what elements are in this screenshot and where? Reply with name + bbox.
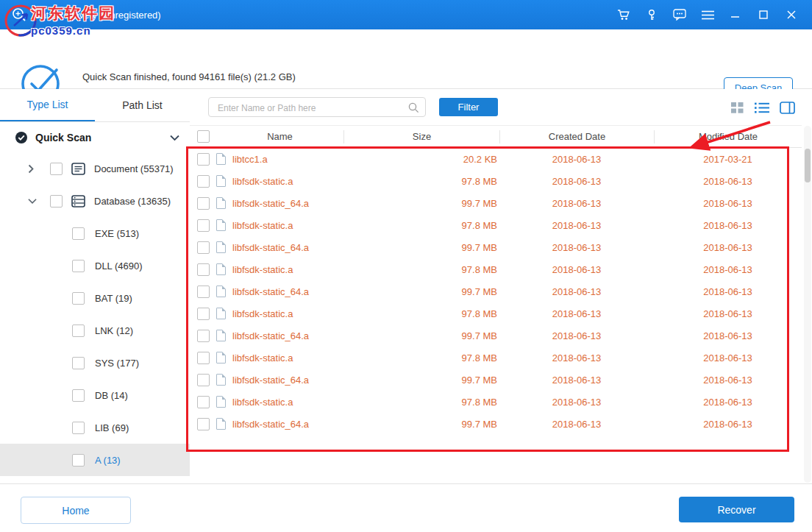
- search-icon[interactable]: [408, 102, 419, 116]
- table-row[interactable]: libfsdk-static_64.a99.7 MB2018-06-132018…: [190, 324, 802, 347]
- file-size: 97.8 MB: [343, 176, 499, 187]
- file-size: 97.8 MB: [343, 264, 499, 275]
- tree-checkbox[interactable]: [50, 163, 63, 175]
- tree-item-document[interactable]: Document (55371): [0, 152, 190, 185]
- row-checkbox[interactable]: [197, 219, 210, 232]
- file-size: 97.8 MB: [343, 397, 499, 408]
- chevron-right-icon[interactable]: [28, 164, 37, 174]
- column-header-size[interactable]: Size: [343, 130, 499, 143]
- tree-item-dll[interactable]: DLL (4690): [0, 249, 190, 282]
- file-size: 99.7 MB: [343, 242, 499, 253]
- scrollbar-thumb[interactable]: [805, 149, 811, 182]
- row-checkbox[interactable]: [197, 263, 210, 276]
- list-view-icon[interactable]: [753, 99, 771, 116]
- file-name: libfsdk-static.a: [232, 264, 293, 275]
- detail-view-icon[interactable]: [778, 99, 796, 116]
- tree-item-label: DLL (4690): [95, 260, 143, 272]
- file-icon: [216, 330, 226, 341]
- scan-summary-header: Quick Scan finished, found 94161 file(s)…: [0, 29, 812, 89]
- scan-result-text: Quick Scan finished, found 94161 file(s)…: [82, 71, 296, 82]
- row-checkbox[interactable]: [197, 352, 210, 364]
- file-created-date: 2018-06-13: [499, 352, 654, 363]
- search-input[interactable]: [216, 99, 403, 116]
- recover-button[interactable]: Recover: [679, 497, 794, 522]
- scan-mode-check-icon: [15, 131, 28, 144]
- table-row[interactable]: libfsdk-static_64.a99.7 MB2018-06-132018…: [190, 369, 802, 391]
- tree-item-label: LIB (69): [95, 422, 129, 433]
- row-checkbox[interactable]: [197, 153, 210, 166]
- row-checkbox[interactable]: [197, 418, 210, 430]
- thumbnail-view-icon[interactable]: [728, 99, 746, 116]
- file-size: 99.7 MB: [343, 330, 499, 341]
- vertical-scrollbar[interactable]: [804, 126, 811, 483]
- file-list: libtcc1.a20.2 KB2018-06-132017-03-21 lib…: [190, 148, 802, 435]
- file-modified-date: 2018-06-13: [654, 352, 802, 363]
- table-row[interactable]: libfsdk-static.a97.8 MB2018-06-132018-06…: [190, 347, 802, 369]
- menu-icon[interactable]: [700, 7, 715, 22]
- table-row[interactable]: libfsdk-static_64.a99.7 MB2018-06-132018…: [190, 236, 802, 258]
- column-header-name[interactable]: Name: [216, 131, 343, 142]
- file-icon: [216, 396, 226, 408]
- file-modified-date: 2018-06-13: [654, 330, 802, 341]
- tree-checkbox[interactable]: [72, 389, 85, 402]
- tree-item-lib[interactable]: LIB (69): [0, 411, 190, 444]
- row-checkbox[interactable]: [197, 374, 210, 386]
- table-row[interactable]: libfsdk-static.a97.8 MB2018-06-132018-06…: [190, 302, 802, 324]
- table-row[interactable]: libfsdk-static.a97.8 MB2018-06-132018-06…: [190, 214, 802, 236]
- table-row[interactable]: libfsdk-static_64.a99.7 MB2018-06-132018…: [190, 413, 802, 435]
- row-checkbox[interactable]: [197, 330, 210, 342]
- row-checkbox[interactable]: [197, 175, 210, 188]
- tree-checkbox[interactable]: [72, 260, 85, 272]
- tree-item-sys[interactable]: SYS (177): [0, 347, 190, 379]
- tree-item-a[interactable]: A (13): [0, 444, 190, 476]
- file-created-date: 2018-06-13: [499, 176, 654, 187]
- home-button[interactable]: Home: [21, 497, 131, 524]
- chevron-down-icon[interactable]: [28, 198, 37, 205]
- file-size: 97.8 MB: [343, 220, 499, 231]
- tree-checkbox[interactable]: [72, 324, 85, 337]
- table-row[interactable]: libfsdk-static.a97.8 MB2018-06-132018-06…: [190, 170, 802, 192]
- table-row[interactable]: libfsdk-static_64.a99.7 MB2018-06-132018…: [190, 280, 802, 302]
- tree-item-lnk[interactable]: LNK (12): [0, 314, 190, 347]
- close-icon[interactable]: [784, 7, 799, 22]
- file-name: libfsdk-static.a: [232, 397, 293, 408]
- file-size: 97.8 MB: [343, 308, 499, 319]
- row-checkbox[interactable]: [197, 396, 210, 408]
- tree-item-database[interactable]: Database (13635): [0, 185, 190, 217]
- file-modified-date: 2018-06-13: [654, 264, 802, 275]
- scan-mode-selector[interactable]: Quick Scan: [0, 122, 190, 153]
- tree-item-bat[interactable]: BAT (19): [0, 282, 190, 314]
- tree-checkbox[interactable]: [72, 357, 85, 369]
- filter-button[interactable]: Filter: [439, 98, 498, 116]
- file-icon: [216, 308, 226, 319]
- maximize-icon[interactable]: [756, 7, 771, 22]
- table-row[interactable]: libtcc1.a20.2 KB2018-06-132017-03-21: [190, 148, 802, 170]
- column-header-modified[interactable]: Modified Date: [654, 130, 802, 143]
- table-row[interactable]: libfsdk-static_64.a99.7 MB2018-06-132018…: [190, 192, 802, 214]
- table-row[interactable]: libfsdk-static.a97.8 MB2018-06-132018-06…: [190, 258, 802, 280]
- feedback-icon[interactable]: [672, 7, 687, 22]
- tree-checkbox[interactable]: [72, 454, 85, 467]
- key-icon[interactable]: [644, 7, 659, 22]
- select-all-checkbox[interactable]: [197, 130, 210, 143]
- file-name: libfsdk-static_64.a: [232, 286, 309, 297]
- tree-item-db[interactable]: DB (14): [0, 379, 190, 411]
- tree-checkbox[interactable]: [50, 195, 63, 208]
- tab-path-list[interactable]: Path List: [95, 89, 190, 121]
- cart-icon[interactable]: [616, 7, 631, 22]
- tab-type-list[interactable]: Type List: [0, 89, 95, 121]
- row-checkbox[interactable]: [197, 308, 210, 320]
- row-checkbox[interactable]: [197, 197, 210, 210]
- app-logo-icon: [12, 7, 26, 22]
- tree-item-exe[interactable]: EXE (513): [0, 217, 190, 249]
- file-icon: [216, 175, 226, 187]
- minimize-icon[interactable]: [728, 7, 743, 22]
- tree-checkbox[interactable]: [72, 422, 85, 434]
- tree-checkbox[interactable]: [72, 227, 85, 240]
- column-header-created[interactable]: Created Date: [499, 130, 654, 143]
- row-checkbox[interactable]: [197, 285, 210, 298]
- table-row[interactable]: libfsdk-static.a97.8 MB2018-06-132018-06…: [190, 391, 802, 413]
- row-checkbox[interactable]: [197, 241, 210, 254]
- tree-checkbox[interactable]: [72, 292, 85, 305]
- file-created-date: 2018-06-13: [499, 397, 654, 408]
